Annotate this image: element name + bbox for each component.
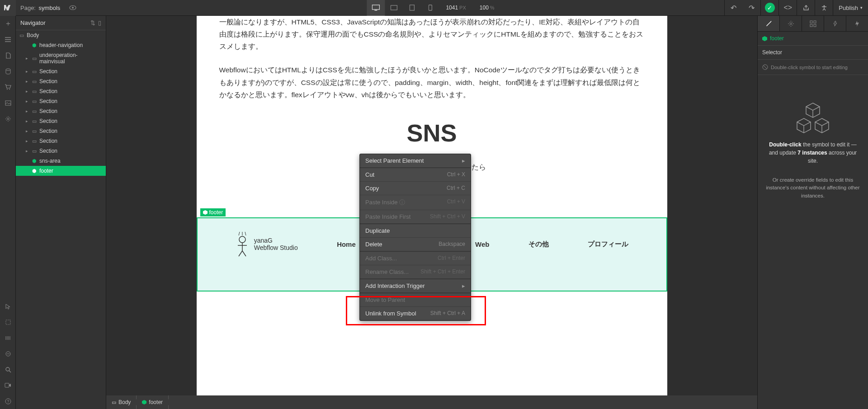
style-manager-tab-icon[interactable] bbox=[802, 16, 824, 31]
search-icon[interactable] bbox=[0, 362, 16, 377]
canvas-width-display[interactable]: 1041PX bbox=[439, 5, 472, 11]
ecommerce-icon[interactable] bbox=[0, 79, 16, 95]
paragraph-1[interactable]: 一般論になりますが、HTML5、CSS3、JavaScriptの知識はあったほう… bbox=[197, 16, 667, 52]
tablet-landscape-icon[interactable] bbox=[385, 0, 403, 16]
style-tab-icon[interactable] bbox=[757, 16, 779, 31]
svg-rect-3 bbox=[374, 10, 377, 11]
navigator-header: Navigator ⇅ ▯ bbox=[16, 16, 106, 30]
tree-item[interactable]: ▸▭Section bbox=[16, 146, 106, 156]
context-menu-item: Add Class...Ctrl + Enter bbox=[360, 252, 471, 265]
tree-item[interactable]: ▸▭underoperation-mainvisual bbox=[16, 50, 106, 66]
effects-tab-icon[interactable] bbox=[846, 16, 868, 31]
context-menu-item[interactable]: CutCtrl + X bbox=[360, 168, 471, 182]
selected-element-crumb[interactable]: footer bbox=[758, 32, 868, 46]
guide-icon[interactable] bbox=[0, 346, 16, 362]
style-panel: footer Selector Double-click symbol to s… bbox=[757, 32, 868, 409]
svg-rect-31 bbox=[814, 21, 816, 23]
tree-item[interactable]: ▸▭Section bbox=[16, 66, 106, 76]
canvas-zoom-display[interactable]: 100% bbox=[473, 5, 501, 11]
publish-button[interactable]: Publish ▾ bbox=[833, 0, 868, 16]
context-menu-item[interactable]: Unlink from SymbolShift + Ctrl + A bbox=[360, 307, 471, 320]
selection-tool-icon[interactable] bbox=[0, 314, 16, 330]
tree-item[interactable]: ▸▭Section bbox=[16, 126, 106, 136]
tree-body[interactable]: ▭Body bbox=[16, 30, 106, 40]
accessibility-icon[interactable] bbox=[815, 0, 833, 16]
pages-icon[interactable] bbox=[0, 47, 16, 63]
tree-item[interactable]: ▸▭Section bbox=[16, 136, 106, 146]
svg-rect-11 bbox=[5, 101, 11, 105]
tree-item[interactable]: ⬢footer bbox=[16, 166, 106, 176]
tree-item[interactable]: ▸▭Section bbox=[16, 106, 106, 116]
context-menu-item[interactable]: Add Interaction Trigger▸ bbox=[360, 279, 471, 293]
svg-rect-16 bbox=[5, 383, 9, 387]
code-export-icon[interactable]: <> bbox=[778, 0, 797, 16]
svg-point-1 bbox=[72, 7, 74, 9]
navigator-panel: Navigator ⇅ ▯ ▭Body ⬢header-navigation▸▭… bbox=[16, 16, 106, 409]
svg-rect-6 bbox=[429, 5, 432, 10]
tree-item[interactable]: ▸▭Section bbox=[16, 116, 106, 126]
svg-rect-2 bbox=[372, 5, 379, 9]
xray-icon[interactable] bbox=[0, 330, 16, 346]
navigator-icon[interactable] bbox=[0, 32, 16, 47]
svg-rect-4 bbox=[391, 5, 397, 10]
page-indicator[interactable]: Page: symbols bbox=[16, 5, 65, 11]
navigator-title: Navigator bbox=[20, 19, 46, 26]
video-icon[interactable] bbox=[0, 377, 16, 393]
paragraph-2[interactable]: WebflowにおいてはHTMLよりはCSSを先に勉強したほうが良いかと思います… bbox=[197, 64, 667, 100]
svg-point-10 bbox=[9, 89, 10, 90]
redo-button[interactable]: ↷ bbox=[742, 0, 760, 16]
svg-line-21 bbox=[239, 232, 240, 235]
tree-item[interactable]: ▸▭Section bbox=[16, 86, 106, 96]
breadcrumb-footer[interactable]: footer bbox=[137, 395, 169, 409]
tree-item[interactable]: ⬢header-navigation bbox=[16, 40, 106, 50]
svg-point-7 bbox=[823, 5, 825, 7]
interactions-tab-icon[interactable] bbox=[824, 16, 846, 31]
preview-icon[interactable] bbox=[69, 5, 76, 10]
svg-rect-30 bbox=[810, 21, 812, 23]
svg-point-24 bbox=[239, 236, 245, 243]
left-toolbar: ＋ ? bbox=[0, 16, 16, 409]
svg-line-23 bbox=[245, 232, 246, 235]
share-icon[interactable] bbox=[797, 0, 815, 16]
footer-brand[interactable]: yanaG Webflow Studio bbox=[235, 232, 298, 257]
tree-item[interactable]: ▸▭Section bbox=[16, 96, 106, 106]
context-menu-item[interactable]: Duplicate bbox=[360, 224, 471, 238]
breadcrumb-body[interactable]: ▭Body bbox=[106, 395, 137, 409]
assets-icon[interactable] bbox=[0, 95, 16, 111]
symbol-edit-hint: Double-click symbol to start editing bbox=[758, 60, 868, 75]
footer-nav-other[interactable]: その他 bbox=[528, 240, 549, 249]
desktop-device-icon[interactable] bbox=[367, 0, 385, 16]
svg-line-28 bbox=[242, 251, 246, 256]
tablet-portrait-icon[interactable] bbox=[403, 0, 421, 16]
context-menu-item[interactable]: Select Parent Element▸ bbox=[360, 154, 471, 168]
context-menu-item[interactable]: DeleteBackspace bbox=[360, 238, 471, 251]
sns-heading[interactable]: SNS bbox=[197, 119, 667, 147]
footer-nav-web[interactable]: Web bbox=[475, 240, 489, 248]
footer-nav-home[interactable]: Home bbox=[337, 240, 356, 248]
svg-point-8 bbox=[6, 69, 10, 71]
svg-rect-5 bbox=[410, 5, 414, 10]
settings-tab-icon[interactable] bbox=[779, 16, 802, 31]
cms-icon[interactable] bbox=[0, 63, 16, 79]
context-menu-item[interactable]: CopyCtrl + C bbox=[360, 182, 471, 195]
tree-item[interactable]: ⬢sns-area bbox=[16, 156, 106, 166]
webflow-logo[interactable] bbox=[0, 0, 16, 16]
settings-icon[interactable] bbox=[0, 111, 16, 127]
right-tabs bbox=[757, 16, 868, 32]
tree-item[interactable]: ▸▭Section bbox=[16, 76, 106, 86]
panel-pin-icon[interactable]: ▯ bbox=[98, 19, 101, 26]
help-icon[interactable]: ? bbox=[0, 393, 16, 409]
add-element-icon[interactable]: ＋ bbox=[0, 16, 16, 32]
svg-text:?: ? bbox=[7, 399, 9, 404]
expand-collapse-icon[interactable]: ⇅ bbox=[90, 19, 95, 26]
selector-section-label: Selector bbox=[758, 46, 868, 60]
undo-button[interactable]: ↶ bbox=[724, 0, 742, 16]
context-menu-item: Move to Parent bbox=[360, 293, 471, 307]
svg-line-35 bbox=[764, 66, 767, 69]
status-ok-icon[interactable]: ✓ bbox=[760, 0, 778, 16]
svg-rect-32 bbox=[810, 24, 812, 27]
mobile-device-icon[interactable] bbox=[421, 0, 439, 16]
stick-figure-icon bbox=[235, 232, 250, 257]
footer-nav-profile[interactable]: プロフィール bbox=[588, 240, 628, 249]
cursor-tool-icon[interactable] bbox=[0, 298, 16, 314]
